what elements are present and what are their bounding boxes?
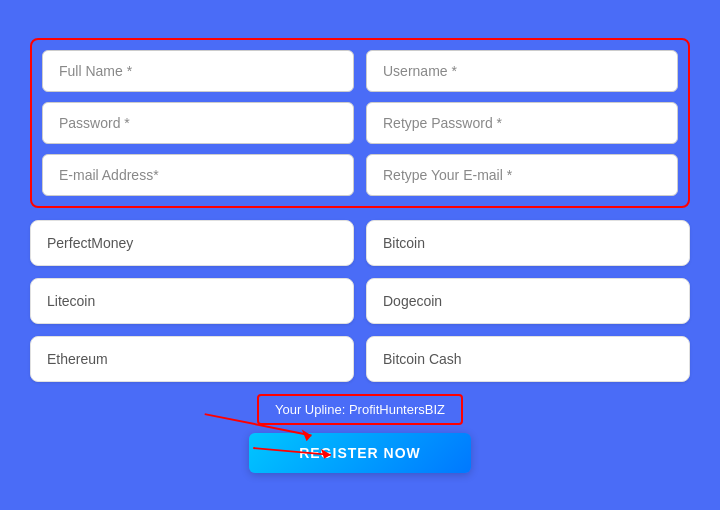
upline-display: Your Upline: ProfitHuntersBIZ [257,394,463,425]
wallet-perfectmoney[interactable]: PerfectMoney [30,220,354,266]
bottom-section: Your Upline: ProfitHuntersBIZ REGISTER N… [30,394,690,473]
wallet-bitcoin-cash[interactable]: Bitcoin Cash [366,336,690,382]
register-button[interactable]: REGISTER NOW [249,433,471,473]
username-input[interactable] [366,50,678,92]
wallet-litecoin[interactable]: Litecoin [30,278,354,324]
retype-email-input[interactable] [366,154,678,196]
email-input[interactable] [42,154,354,196]
page-container: PerfectMoney Bitcoin Litecoin Dogecoin E… [20,28,700,483]
wallet-ethereum[interactable]: Ethereum [30,336,354,382]
wallet-grid: PerfectMoney Bitcoin Litecoin Dogecoin E… [30,220,690,382]
password-input[interactable] [42,102,354,144]
wallet-bitcoin[interactable]: Bitcoin [366,220,690,266]
retype-password-input[interactable] [366,102,678,144]
registration-form-section [30,38,690,208]
wallet-dogecoin[interactable]: Dogecoin [366,278,690,324]
password-row [42,102,678,144]
email-row [42,154,678,196]
fullname-input[interactable] [42,50,354,92]
name-username-row [42,50,678,92]
